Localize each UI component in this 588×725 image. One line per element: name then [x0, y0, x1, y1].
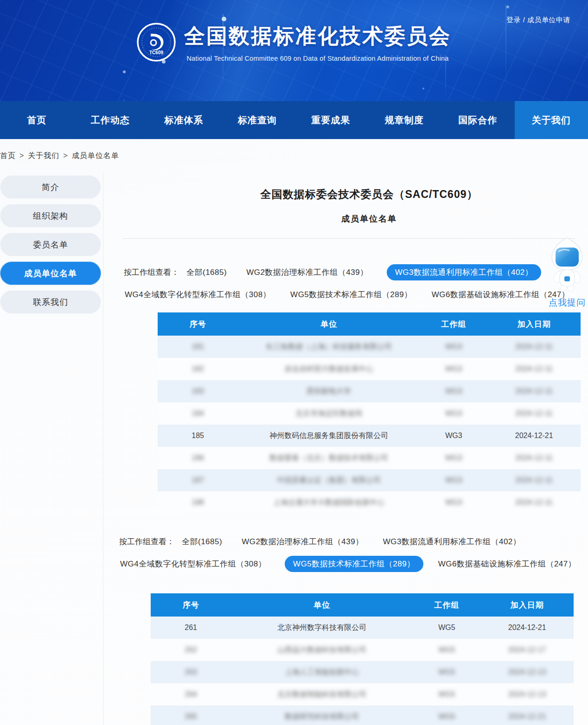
cell-serial: 188 [158, 491, 238, 514]
filter-option[interactable]: WG3数据流通利用标准工作组（402） [387, 264, 542, 280]
site-subtitle: National Technical Committee 609 on Data… [184, 55, 451, 62]
cell-serial: 263 [151, 661, 231, 683]
nav-item-key-achievements[interactable]: 重要成果 [294, 101, 368, 139]
table-header-cell: 工作组 [413, 593, 480, 617]
cell-unit-name-text: 山西远大数据科技有限公司 [277, 646, 366, 654]
cell-join-date-text: 2024-12-11 [515, 387, 553, 395]
nav-item-work-news[interactable]: 工作动态 [74, 101, 147, 139]
cell-unit-name-text: 北京市海淀区数据局 [295, 409, 362, 417]
filter-option[interactable]: WG5数据技术标准工作组（289） [285, 556, 423, 572]
filter-option[interactable]: WG2数据治理标准工作组（439） [241, 534, 364, 549]
cell-join-date: 2024-12-11 [487, 447, 581, 469]
sidebar: 简介组织架构委员名单成员单位名单联系我们 [0, 175, 101, 319]
sidebar-item-intro[interactable]: 简介 [0, 175, 101, 199]
nav-item-standard-search[interactable]: 标准查询 [221, 101, 294, 139]
breadcrumb-item[interactable]: 首页 [0, 152, 16, 159]
cell-workgroup-text: WG3 [445, 387, 462, 395]
table-header-cell: 序号 [151, 593, 231, 617]
table-row: 261北京神州数字科技有限公司WG52024-12-21 [151, 617, 574, 639]
filter-option[interactable]: WG4全域数字化转型标准工作组（308） [124, 287, 272, 302]
filter-option[interactable]: 全部(1685) [181, 534, 223, 549]
cell-join-date-text: 2024-12-21 [508, 712, 546, 720]
filter-line: WG4全域数字化转型标准工作组（308）WG5数据技术标准工作组（289）WG6… [119, 556, 582, 572]
nav-item-home[interactable]: 首页 [0, 101, 74, 139]
table-header-cell: 序号 [158, 312, 238, 336]
cell-serial: 181 [158, 336, 238, 358]
table-row: 264北京数据智能科技有限公司WG52024-12-13 [151, 683, 574, 706]
cell-workgroup-text: WG5 [438, 690, 455, 698]
cell-join-date: 2024-12-21 [480, 706, 574, 725]
nav-item-international-cooperation[interactable]: 国际合作 [441, 101, 515, 139]
sidebar-item-committee-members[interactable]: 委员名单 [0, 233, 101, 256]
cell-workgroup: WG3 [420, 491, 487, 514]
cell-unit-name-text: 中国质量认证（集团）有限公司 [277, 476, 381, 484]
table-header-cell: 单位 [238, 312, 420, 336]
nav-item-regulations[interactable]: 规章制度 [368, 101, 441, 139]
table-header-cell: 单位 [231, 593, 413, 617]
table-row: 181长三角数据（上海）科技服务有限公司WG32024-12-11 [158, 336, 581, 358]
assistant-widget[interactable]: 点我提问 [546, 237, 588, 309]
cell-workgroup: WG5 [413, 683, 480, 706]
cell-serial: 187 [158, 469, 238, 491]
breadcrumb-item[interactable]: 关于我们 [28, 152, 59, 159]
filter-option[interactable]: WG4全域数字化转型标准工作组（308） [119, 556, 267, 572]
filter-line: 按工作组查看：全部(1685)WG2数据治理标准工作组（439）WG3数据流通利… [119, 534, 582, 549]
cell-serial-text: 262 [185, 646, 197, 654]
cell-join-date: 2024-12-11 [487, 358, 581, 380]
cell-serial: 182 [158, 358, 238, 380]
nav-item-standard-system[interactable]: 标准体系 [147, 101, 221, 139]
assistant-label[interactable]: 点我提问 [546, 297, 588, 309]
filter-option[interactable]: WG2数据治理标准工作组（439） [245, 265, 369, 280]
cell-join-date: 2024-12-11 [487, 469, 581, 491]
cell-unit-name: 北京市海淀区数据局 [238, 402, 420, 425]
breadcrumb-item[interactable]: 成员单位名单 [72, 152, 119, 159]
cell-serial: 184 [158, 402, 238, 425]
sidebar-divider [103, 172, 103, 725]
cell-serial: 185 [158, 425, 238, 447]
login-apply-link[interactable]: 登录 / 成员单位申请 [506, 16, 570, 25]
member-units-table-wg3: 序号单位工作组加入日期 181长三角数据（上海）科技服务有限公司WG32024-… [158, 312, 581, 514]
cell-serial: 183 [158, 380, 238, 402]
cell-workgroup-text: WG5 [438, 646, 455, 654]
sidebar-item-contact-us[interactable]: 联系我们 [0, 290, 101, 314]
cell-unit-name-text: 数据要素（北京）数据技术有限公司 [269, 454, 388, 462]
cell-workgroup-text: WG3 [445, 454, 462, 462]
cell-serial: 261 [151, 617, 231, 639]
cell-serial-text: 265 [185, 712, 197, 720]
cell-join-date: 2024-12-11 [487, 491, 581, 514]
cell-join-date-text: 2024-12-21 [515, 432, 553, 439]
cell-serial: 186 [158, 447, 238, 469]
cell-workgroup-text: WG5 [438, 668, 455, 676]
cell-unit-name: 山西远大数据科技有限公司 [231, 639, 413, 661]
cell-serial-text: 181 [192, 343, 204, 350]
cell-workgroup: WG3 [420, 336, 487, 358]
cell-workgroup-text: WG3 [445, 476, 462, 484]
table-row: 263上海人工智能创新中心WG52024-12-13 [151, 661, 574, 683]
cell-workgroup-text: WG3 [445, 365, 462, 373]
cell-unit-name: 上海人工智能创新中心 [231, 661, 413, 683]
filter-option[interactable]: WG6数据基础设施标准工作组（247） [437, 556, 577, 572]
sidebar-item-member-units[interactable]: 成员单位名单 [0, 261, 101, 285]
title-divider [123, 238, 575, 239]
filter-option[interactable]: 全部(1685) [185, 265, 228, 280]
cell-workgroup: WG5 [413, 617, 480, 639]
cell-workgroup: WG5 [413, 661, 480, 683]
sidebar-item-org-structure[interactable]: 组织架构 [0, 204, 101, 228]
member-units-table-wg5: 序号单位工作组加入日期 261北京神州数字科技有限公司WG52024-12-21… [151, 593, 574, 725]
site-title: 全国数据标准化技术委员会 [184, 22, 451, 50]
cell-unit-name: 上海交通大学大数据国际创新中心 [238, 491, 420, 514]
page-subtitle: 成员单位名单 [158, 213, 581, 224]
cell-join-date: 2024-12-21 [487, 425, 581, 447]
cell-workgroup: WG3 [420, 380, 487, 402]
filter-option[interactable]: WG3数据流通利用标准工作组（402） [382, 534, 522, 549]
table-row: 184北京市海淀区数据局WG32024-12-11 [158, 402, 581, 425]
table-header-row: 序号单位工作组加入日期 [158, 312, 581, 336]
cell-join-date-text: 2024-12-13 [508, 690, 546, 698]
filter-option[interactable]: WG5数据技术标准工作组（289） [289, 287, 413, 302]
cell-unit-name-text: 长三角数据（上海）科技服务有限公司 [266, 343, 392, 350]
nav-item-about-us[interactable]: 关于我们 [515, 101, 588, 139]
cell-workgroup: WG5 [413, 639, 480, 661]
table-header-cell: 加入日期 [480, 593, 574, 617]
breadcrumb: 首页>关于我们>成员单位名单 [0, 151, 119, 161]
cell-join-date-text: 2024-12-17 [508, 646, 546, 654]
